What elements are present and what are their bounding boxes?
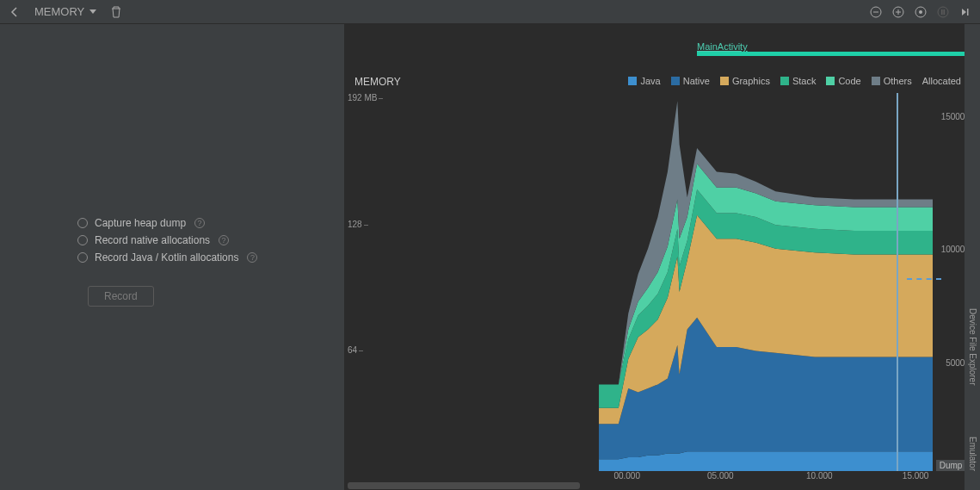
legend-swatch [720, 77, 729, 85]
svg-rect-9 [944, 9, 946, 15]
legend-swatch [780, 77, 789, 85]
legend-item-native: Native [671, 76, 710, 86]
zoom-in-button[interactable] [889, 3, 908, 22]
legend-swatch [826, 77, 835, 85]
allocated-label: Allocated [922, 76, 961, 86]
activity-strip [697, 52, 971, 56]
svg-point-7 [938, 7, 948, 17]
y-axis-left: 192 MB12864 [348, 93, 382, 472]
chart-plot-area[interactable]: Dump (02.0 [383, 93, 933, 471]
record-button[interactable]: Record [88, 286, 154, 307]
y-tick: 128 [348, 220, 362, 229]
legend-item-code: Code [826, 76, 860, 86]
svg-rect-10 [967, 9, 969, 16]
legend-swatch [872, 77, 880, 85]
radio-record-java[interactable]: Record Java / Kotlin allocations ? [77, 251, 257, 264]
tool-emulator[interactable]: Emulator [968, 437, 977, 471]
radio-icon [77, 235, 88, 245]
memory-chart-panel: MainActivity MEMORY Java Native Graphics… [344, 24, 980, 490]
activity-bar: MainActivity [697, 52, 971, 62]
zoom-out-button[interactable] [866, 3, 885, 22]
svg-point-6 [919, 10, 922, 14]
y-tick: 64 [348, 345, 357, 355]
y-tick: 192 MB [348, 93, 377, 102]
toolbar: MEMORY [0, 0, 980, 24]
timeline-cursor[interactable] [897, 93, 898, 471]
radio-icon [77, 218, 88, 228]
legend-item-graphics: Graphics [720, 76, 770, 86]
chevron-down-icon [89, 9, 96, 14]
radio-record-native[interactable]: Record native allocations ? [77, 234, 257, 246]
pause-button [934, 3, 952, 22]
radio-capture-heap-dump[interactable]: Capture heap dump ? [77, 217, 257, 229]
back-button[interactable] [5, 3, 24, 22]
x-tick: 10.000 [806, 471, 833, 481]
chart-title: MEMORY [354, 76, 401, 88]
x-tick: 00.000 [613, 471, 640, 481]
radio-label: Capture heap dump [95, 217, 186, 229]
reset-zoom-button[interactable] [911, 3, 930, 22]
legend-item-others: Others [872, 76, 912, 86]
radio-label: Record Java / Kotlin allocations [95, 251, 238, 264]
help-icon[interactable]: ? [194, 218, 205, 228]
chart-legend: Java Native Graphics Stack Code Others A… [628, 76, 961, 86]
timeline-scrollbar[interactable] [348, 482, 580, 489]
right-tool-rail: Device File Explorer Emulator [965, 24, 980, 490]
radio-icon [77, 252, 88, 263]
radio-label: Record native allocations [95, 234, 210, 246]
recording-options-panel: Capture heap dump ? Record native alloca… [0, 24, 344, 490]
tool-device-file-explorer[interactable]: Device File Explorer [968, 308, 977, 385]
legend-item-java: Java [628, 76, 660, 86]
delete-button[interactable] [107, 3, 126, 22]
x-tick: 15.000 [903, 471, 929, 481]
legend-swatch [628, 77, 637, 85]
activity-label[interactable]: MainActivity [697, 41, 748, 52]
jump-to-live-button[interactable] [956, 3, 975, 22]
svg-rect-8 [941, 9, 943, 15]
profiler-dropdown[interactable]: MEMORY [29, 3, 102, 20]
legend-swatch [671, 77, 680, 85]
x-tick: 05.000 [707, 471, 734, 481]
allocation-marker [907, 278, 941, 280]
profiler-title: MEMORY [34, 5, 84, 18]
help-icon[interactable]: ? [247, 252, 257, 263]
legend-item-stack: Stack [780, 76, 817, 86]
help-icon[interactable]: ? [219, 235, 229, 245]
